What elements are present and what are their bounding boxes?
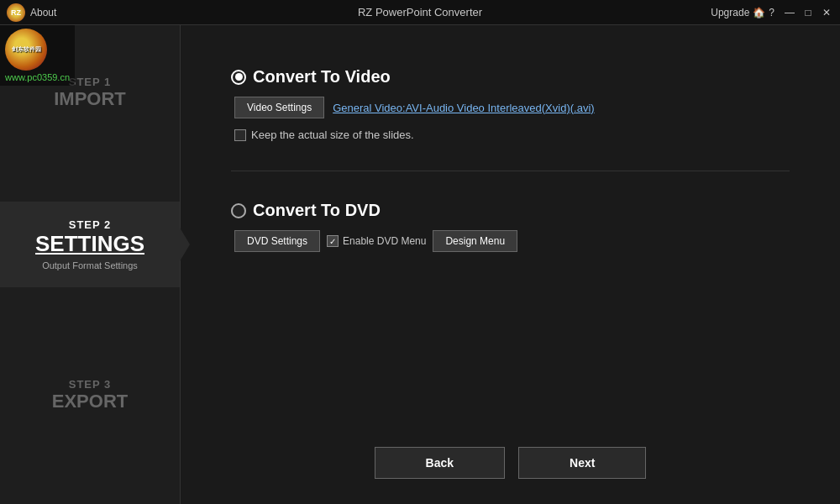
- bottom-navigation: Back Next: [231, 430, 790, 479]
- enable-dvd-row: ✓ Enable DVD Menu: [327, 235, 426, 247]
- keep-size-checkbox[interactable]: [234, 129, 246, 141]
- step2-subtitle: Output Format Settings: [8, 260, 171, 270]
- enable-dvd-checkbox[interactable]: ✓: [327, 235, 339, 247]
- step2-name: SETTINGS: [8, 231, 171, 257]
- video-format-link[interactable]: General Video:AVI-Audio Video Interleave…: [333, 102, 594, 114]
- step3-name: EXPORT: [8, 391, 171, 412]
- content-area: Convert To Video Video Settings General …: [181, 25, 840, 504]
- dvd-settings-button[interactable]: DVD Settings: [234, 230, 320, 252]
- close-button[interactable]: ✕: [820, 7, 833, 18]
- next-button[interactable]: Next: [518, 447, 646, 479]
- design-menu-button[interactable]: Design Menu: [433, 230, 517, 252]
- enable-dvd-label: Enable DVD Menu: [343, 235, 426, 247]
- window-controls: — □ ✕: [783, 7, 833, 18]
- titlebar: RZ About RZ PowerPoint Converter Upgrade…: [0, 0, 840, 25]
- main-container: STEP 1 IMPORT STEP 2 SETTINGS Output For…: [0, 25, 840, 504]
- video-controls: Video Settings General Video:AVI-Audio V…: [234, 97, 790, 118]
- watermark-logo-text: 剑东软件园: [12, 46, 41, 53]
- minimize-button[interactable]: —: [783, 7, 796, 18]
- app-logo-icon: RZ: [7, 3, 25, 22]
- upgrade-label: Upgrade: [711, 7, 749, 18]
- step1-name: IMPORT: [8, 88, 171, 110]
- sidebar: STEP 1 IMPORT STEP 2 SETTINGS Output For…: [0, 25, 181, 504]
- convert-video-section: Convert To Video Video Settings General …: [231, 67, 790, 141]
- titlebar-left: RZ About: [7, 3, 56, 22]
- titlebar-right: Upgrade 🏠 ? — □ ✕: [711, 7, 833, 18]
- convert-dvd-radio[interactable]: [231, 203, 246, 218]
- step3-number: STEP 3: [8, 378, 171, 391]
- watermark-logo: 剑东软件园: [5, 29, 47, 71]
- step2-number: STEP 2: [8, 218, 171, 231]
- upgrade-icon: 🏠: [753, 7, 765, 18]
- convert-video-radio[interactable]: [231, 70, 246, 85]
- sidebar-item-step3[interactable]: STEP 3 EXPORT: [0, 361, 180, 429]
- upgrade-area[interactable]: Upgrade 🏠 ?: [711, 7, 774, 18]
- watermark: 剑东软件园 www.pc0359.cn: [0, 25, 75, 86]
- convert-dvd-section: Convert To DVD DVD Settings ✓ Enable DVD…: [231, 201, 790, 252]
- sidebar-item-step2[interactable]: STEP 2 SETTINGS Output Format Settings: [0, 202, 180, 287]
- keep-size-label: Keep the actual size of the slides.: [251, 129, 414, 141]
- help-icon[interactable]: ?: [769, 7, 774, 18]
- back-button[interactable]: Back: [375, 447, 505, 479]
- window-title: RZ PowerPoint Converter: [358, 6, 482, 18]
- video-settings-button[interactable]: Video Settings: [234, 97, 324, 118]
- section-divider: [231, 171, 790, 171]
- watermark-url: www.pc0359.cn: [5, 72, 70, 82]
- dvd-controls: DVD Settings ✓ Enable DVD Menu Design Me…: [234, 230, 790, 252]
- convert-dvd-header: Convert To DVD: [231, 201, 790, 220]
- maximize-button[interactable]: □: [801, 7, 815, 18]
- about-link[interactable]: About: [30, 7, 56, 18]
- convert-video-label: Convert To Video: [253, 67, 391, 87]
- convert-dvd-label: Convert To DVD: [253, 201, 381, 220]
- keep-size-row: Keep the actual size of the slides.: [234, 129, 790, 141]
- convert-video-header: Convert To Video: [231, 67, 790, 87]
